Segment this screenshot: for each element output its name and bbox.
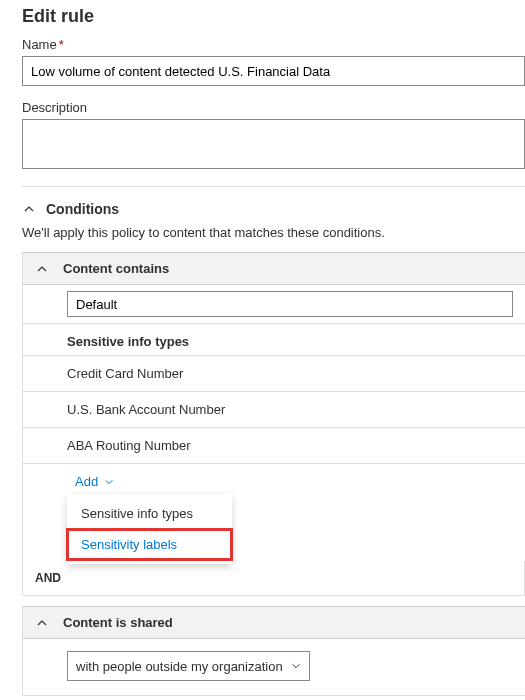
dropdown-item-sensitive-info-types[interactable]: Sensitive info types — [67, 498, 232, 529]
description-textarea[interactable] — [22, 119, 525, 169]
divider — [22, 186, 525, 187]
sensitive-info-types-label: Sensitive info types — [23, 324, 525, 356]
name-label: Name* — [22, 37, 525, 52]
content-contains-header[interactable]: Content contains — [23, 252, 525, 285]
add-dropdown-menu: Sensitive info types Sensitivity labels — [67, 494, 232, 564]
conditions-subtext: We'll apply this policy to content that … — [22, 225, 525, 240]
content-shared-panel: Content is shared with people outside my… — [22, 606, 525, 696]
info-type-row[interactable]: U.S. Bank Account Number — [23, 392, 525, 428]
dropdown-item-sensitivity-labels[interactable]: Sensitivity labels — [67, 529, 232, 560]
chevron-down-icon — [104, 477, 114, 487]
page-title: Edit rule — [22, 6, 525, 27]
info-type-row[interactable]: Credit Card Number — [23, 356, 525, 392]
operator-and: AND — [22, 561, 525, 596]
shared-with-select[interactable]: with people outside my organization — [67, 651, 310, 681]
chevron-up-icon — [35, 262, 49, 276]
required-asterisk: * — [59, 37, 64, 52]
chevron-up-icon — [22, 202, 36, 216]
add-dropdown-button[interactable]: Add — [75, 474, 114, 489]
chevron-down-icon — [291, 661, 301, 671]
conditions-header[interactable]: Conditions — [22, 201, 525, 217]
content-shared-header[interactable]: Content is shared — [23, 606, 525, 639]
name-input[interactable] — [22, 56, 525, 86]
description-label: Description — [22, 100, 525, 115]
group-name-input[interactable] — [67, 291, 513, 317]
info-type-row[interactable]: ABA Routing Number — [23, 428, 525, 464]
chevron-up-icon — [35, 616, 49, 630]
content-contains-panel: Content contains Sensitive info types Cr… — [22, 252, 525, 561]
